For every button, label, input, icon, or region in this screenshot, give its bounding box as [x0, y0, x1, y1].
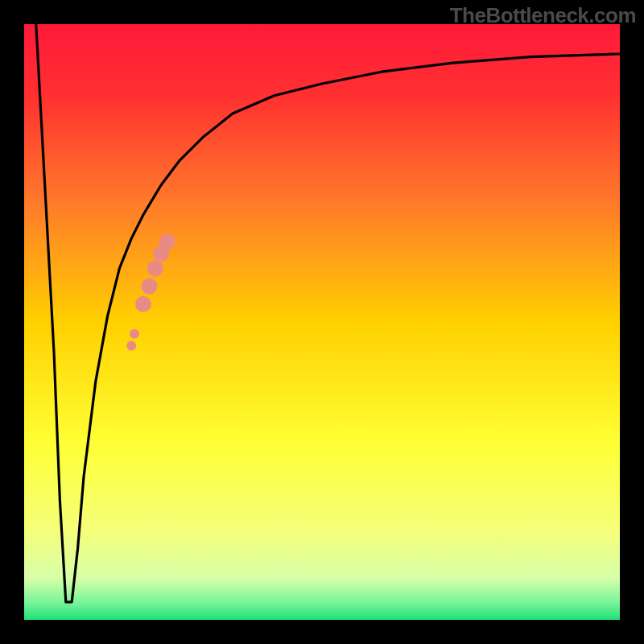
highlight-dot	[141, 279, 157, 295]
highlight-dot	[130, 329, 139, 339]
highlight-dot	[126, 341, 136, 351]
gradient-background	[24, 24, 620, 620]
chart-plot	[24, 24, 620, 620]
highlight-dot	[135, 296, 151, 312]
highlight-dot	[159, 233, 175, 250]
highlight-dot	[147, 260, 163, 276]
chart-frame: TheBottleneck.com	[0, 0, 644, 644]
